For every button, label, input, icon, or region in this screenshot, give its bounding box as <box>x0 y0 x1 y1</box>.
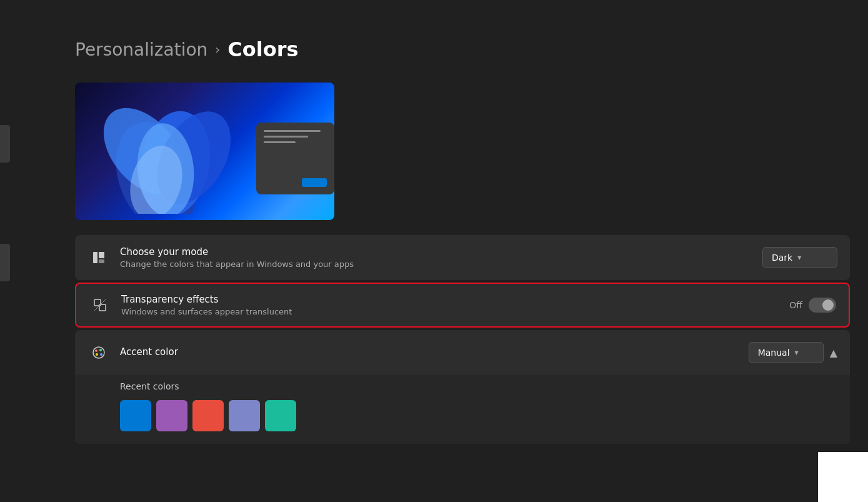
accent-color-text: Accent color <box>120 346 749 359</box>
accent-chevron-down-icon: ▾ <box>795 348 799 357</box>
dialog-line-1 <box>264 130 321 132</box>
accent-color-icon <box>87 341 110 364</box>
svg-point-15 <box>100 353 102 356</box>
accent-color-control: Manual ▾ ▲ <box>749 342 837 363</box>
svg-rect-6 <box>93 252 97 263</box>
recent-colors-label: Recent colors <box>120 381 837 391</box>
transparency-title: Transparency effects <box>121 294 789 305</box>
breadcrumb: Personalization › Colors <box>75 38 818 61</box>
page-container: Personalization › Colors <box>0 0 868 471</box>
choose-mode-control: Dark ▾ <box>762 247 837 268</box>
dialog-line-3 <box>264 141 296 143</box>
color-swatch-slate-blue[interactable] <box>229 400 260 431</box>
sidebar-hint-2 <box>0 244 10 281</box>
breadcrumb-current: Colors <box>227 38 298 61</box>
choose-mode-row: Choose your mode Change the colors that … <box>75 235 850 280</box>
preview-image <box>75 83 334 220</box>
transparency-icon <box>89 294 111 316</box>
accent-color-header: Accent color Manual ▾ ▲ <box>75 330 850 375</box>
choose-mode-icon <box>87 246 110 269</box>
accent-color-title: Accent color <box>120 346 749 358</box>
choose-mode-text: Choose your mode Change the colors that … <box>120 246 762 269</box>
breadcrumb-separator: › <box>215 42 220 57</box>
transparency-subtitle: Windows and surfaces appear translucent <box>121 307 789 316</box>
accent-collapse-icon[interactable]: ▲ <box>830 347 837 359</box>
svg-rect-8 <box>99 259 104 263</box>
color-swatches <box>120 400 837 431</box>
dialog-line-2 <box>264 136 308 138</box>
transparency-row: Transparency effects Windows and surface… <box>75 283 850 328</box>
svg-point-16 <box>96 353 98 356</box>
color-swatch-blue[interactable] <box>120 400 151 431</box>
bottom-right-panel <box>818 452 868 502</box>
accent-color-dropdown[interactable]: Manual ▾ <box>749 342 824 363</box>
choose-mode-value: Dark <box>772 253 792 263</box>
color-swatch-purple[interactable] <box>156 400 187 431</box>
toggle-thumb <box>822 299 834 311</box>
preview-dialog <box>256 123 334 194</box>
svg-point-12 <box>93 347 104 358</box>
transparency-toggle-container: Off <box>789 298 836 313</box>
chevron-down-icon: ▾ <box>797 253 801 262</box>
windows-bloom <box>94 89 256 214</box>
color-swatch-red[interactable] <box>192 400 224 431</box>
preview-background <box>75 83 334 220</box>
transparency-toggle-label: Off <box>789 300 802 310</box>
color-swatch-teal[interactable] <box>265 400 296 431</box>
breadcrumb-parent[interactable]: Personalization <box>75 39 207 60</box>
svg-point-13 <box>95 349 97 352</box>
transparency-control: Off <box>789 298 836 313</box>
transparency-text: Transparency effects Windows and surface… <box>121 294 789 316</box>
dialog-button <box>302 178 327 187</box>
svg-line-11 <box>94 299 106 311</box>
transparency-toggle[interactable] <box>809 298 836 313</box>
accent-color-body: Recent colors <box>75 375 850 444</box>
settings-list: Choose your mode Change the colors that … <box>75 235 850 446</box>
choose-mode-dropdown[interactable]: Dark ▾ <box>762 247 837 268</box>
choose-mode-subtitle: Change the colors that appear in Windows… <box>120 259 762 269</box>
svg-point-14 <box>99 349 102 351</box>
svg-rect-7 <box>99 252 104 258</box>
accent-color-value: Manual <box>758 348 790 358</box>
sidebar-hint-1 <box>0 125 10 163</box>
choose-mode-title: Choose your mode <box>120 246 762 258</box>
accent-color-row: Accent color Manual ▾ ▲ Recent colors <box>75 330 850 444</box>
